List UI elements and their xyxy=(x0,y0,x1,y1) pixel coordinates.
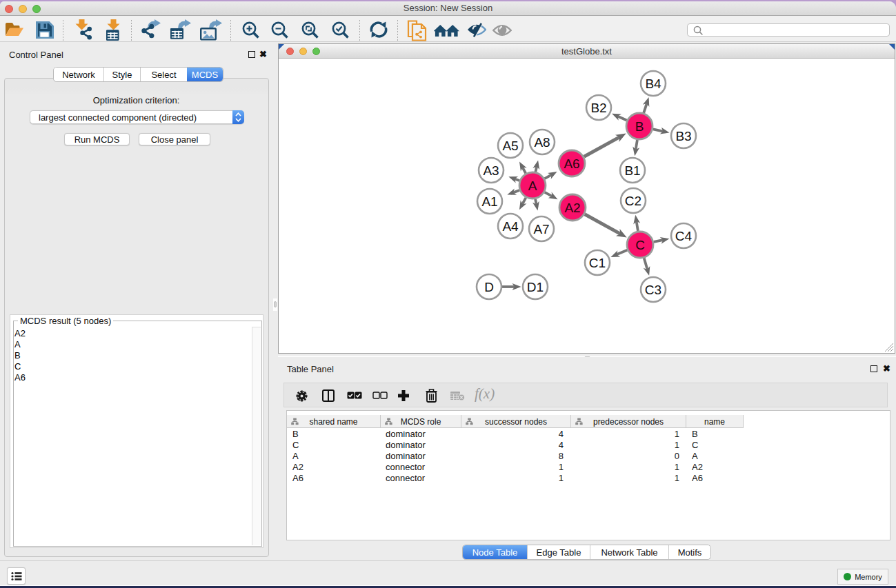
svg-text:B3: B3 xyxy=(675,129,691,143)
svg-text:A: A xyxy=(528,179,537,193)
svg-text:A4: A4 xyxy=(502,219,519,234)
svg-text:C4: C4 xyxy=(675,229,693,243)
svg-text:A7: A7 xyxy=(533,222,549,236)
svg-text:A8: A8 xyxy=(534,135,550,150)
svg-text:C: C xyxy=(635,238,645,252)
svg-text:B1: B1 xyxy=(624,163,640,178)
svg-text:A2: A2 xyxy=(564,201,580,215)
svg-text:B4: B4 xyxy=(645,77,661,91)
svg-text:C3: C3 xyxy=(645,283,661,297)
svg-text:A1: A1 xyxy=(481,194,497,209)
svg-text:C1: C1 xyxy=(589,256,606,270)
svg-text:B: B xyxy=(635,119,644,134)
svg-text:A5: A5 xyxy=(502,139,518,153)
svg-text:D1: D1 xyxy=(527,280,544,294)
svg-text:A6: A6 xyxy=(564,156,579,171)
svg-text:A3: A3 xyxy=(483,163,499,178)
svg-text:D: D xyxy=(484,280,494,294)
svg-text:C2: C2 xyxy=(625,194,641,208)
svg-text:B2: B2 xyxy=(590,101,606,115)
